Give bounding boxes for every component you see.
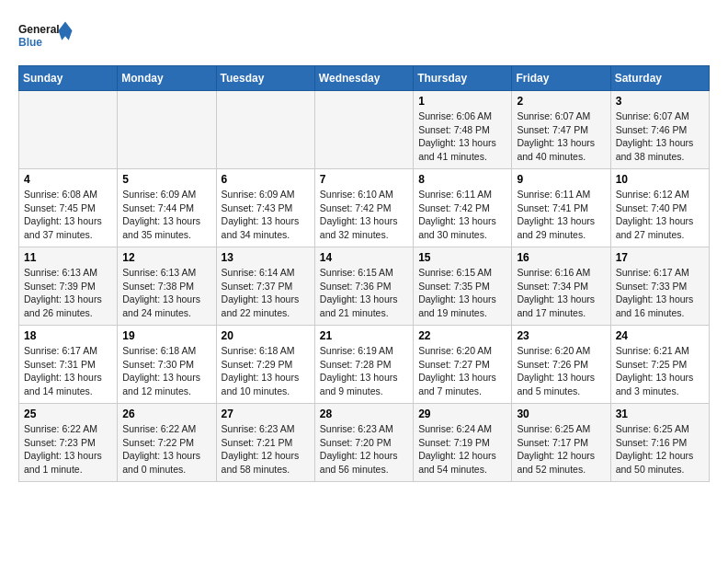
day-info: Sunrise: 6:17 AM Sunset: 7:31 PM Dayligh…: [24, 344, 112, 398]
day-number: 28: [320, 408, 408, 420]
calendar-cell: 29Sunrise: 6:24 AM Sunset: 7:19 PM Dayli…: [414, 404, 512, 482]
day-info: Sunrise: 6:25 AM Sunset: 7:17 PM Dayligh…: [517, 422, 605, 477]
calendar-cell: [19, 91, 118, 169]
svg-text:Blue: Blue: [18, 36, 42, 49]
day-number: 29: [418, 408, 506, 420]
calendar-cell: 4Sunrise: 6:08 AM Sunset: 7:45 PM Daylig…: [19, 169, 118, 247]
day-info: Sunrise: 6:13 AM Sunset: 7:39 PM Dayligh…: [24, 266, 112, 320]
day-number: 27: [222, 408, 310, 420]
calendar-cell: 10Sunrise: 6:12 AM Sunset: 7:40 PM Dayli…: [610, 169, 709, 247]
day-number: 9: [517, 173, 605, 186]
calendar-cell: 14Sunrise: 6:15 AM Sunset: 7:36 PM Dayli…: [314, 247, 413, 326]
calendar-cell: 20Sunrise: 6:18 AM Sunset: 7:29 PM Dayli…: [216, 326, 314, 404]
calendar-cell: 25Sunrise: 6:22 AM Sunset: 7:23 PM Dayli…: [19, 404, 118, 482]
col-header-monday: Monday: [118, 66, 216, 91]
day-number: 16: [517, 251, 605, 264]
calendar-cell: [314, 91, 413, 169]
day-number: 19: [122, 329, 210, 342]
day-info: Sunrise: 6:21 AM Sunset: 7:25 PM Dayligh…: [616, 344, 704, 398]
day-info: Sunrise: 6:11 AM Sunset: 7:42 PM Dayligh…: [418, 188, 506, 242]
day-number: 1: [418, 95, 506, 108]
day-info: Sunrise: 6:23 AM Sunset: 7:20 PM Dayligh…: [320, 422, 408, 477]
day-number: 26: [122, 408, 210, 420]
day-info: Sunrise: 6:18 AM Sunset: 7:30 PM Dayligh…: [122, 344, 210, 398]
calendar-cell: 12Sunrise: 6:13 AM Sunset: 7:38 PM Dayli…: [118, 247, 216, 326]
calendar-cell: 8Sunrise: 6:11 AM Sunset: 7:42 PM Daylig…: [414, 169, 512, 247]
calendar-cell: 11Sunrise: 6:13 AM Sunset: 7:39 PM Dayli…: [19, 247, 118, 326]
day-number: 25: [24, 408, 112, 420]
calendar-cell: 1Sunrise: 6:06 AM Sunset: 7:48 PM Daylig…: [414, 91, 512, 169]
calendar-cell: 18Sunrise: 6:17 AM Sunset: 7:31 PM Dayli…: [19, 326, 118, 404]
page-header: General Blue: [18, 15, 710, 56]
col-header-friday: Friday: [512, 66, 610, 91]
day-info: Sunrise: 6:09 AM Sunset: 7:43 PM Dayligh…: [222, 188, 310, 242]
col-header-thursday: Thursday: [414, 66, 512, 91]
day-number: 4: [24, 173, 112, 186]
day-info: Sunrise: 6:23 AM Sunset: 7:21 PM Dayligh…: [222, 422, 310, 477]
calendar-cell: 13Sunrise: 6:14 AM Sunset: 7:37 PM Dayli…: [216, 247, 314, 326]
calendar-cell: 23Sunrise: 6:20 AM Sunset: 7:26 PM Dayli…: [512, 326, 610, 404]
day-info: Sunrise: 6:16 AM Sunset: 7:34 PM Dayligh…: [517, 266, 605, 320]
day-info: Sunrise: 6:08 AM Sunset: 7:45 PM Dayligh…: [24, 188, 112, 242]
day-number: 18: [24, 329, 112, 342]
calendar-cell: 3Sunrise: 6:07 AM Sunset: 7:46 PM Daylig…: [610, 91, 709, 169]
calendar-cell: 27Sunrise: 6:23 AM Sunset: 7:21 PM Dayli…: [216, 404, 314, 482]
day-number: 22: [418, 329, 506, 342]
calendar-cell: 21Sunrise: 6:19 AM Sunset: 7:28 PM Dayli…: [314, 326, 413, 404]
day-info: Sunrise: 6:17 AM Sunset: 7:33 PM Dayligh…: [616, 266, 704, 320]
svg-marker-2: [59, 22, 73, 40]
day-info: Sunrise: 6:20 AM Sunset: 7:26 PM Dayligh…: [517, 344, 605, 398]
day-number: 24: [616, 329, 704, 342]
day-number: 13: [222, 251, 310, 264]
calendar-cell: 5Sunrise: 6:09 AM Sunset: 7:44 PM Daylig…: [118, 169, 216, 247]
day-info: Sunrise: 6:10 AM Sunset: 7:42 PM Dayligh…: [320, 188, 408, 242]
calendar-cell: 15Sunrise: 6:15 AM Sunset: 7:35 PM Dayli…: [414, 247, 512, 326]
day-number: 12: [122, 251, 210, 264]
day-info: Sunrise: 6:19 AM Sunset: 7:28 PM Dayligh…: [320, 344, 408, 398]
week-row-3: 11Sunrise: 6:13 AM Sunset: 7:39 PM Dayli…: [19, 247, 710, 326]
logo-svg: General Blue: [18, 15, 74, 56]
day-number: 8: [418, 173, 506, 186]
col-header-sunday: Sunday: [19, 66, 118, 91]
calendar-cell: 26Sunrise: 6:22 AM Sunset: 7:22 PM Dayli…: [118, 404, 216, 482]
day-number: 20: [222, 329, 310, 342]
week-row-1: 1Sunrise: 6:06 AM Sunset: 7:48 PM Daylig…: [19, 91, 710, 169]
day-info: Sunrise: 6:18 AM Sunset: 7:29 PM Dayligh…: [222, 344, 310, 398]
day-number: 31: [616, 408, 704, 420]
calendar-table: SundayMondayTuesdayWednesdayThursdayFrid…: [18, 65, 710, 482]
day-info: Sunrise: 6:14 AM Sunset: 7:37 PM Dayligh…: [222, 266, 310, 320]
col-header-wednesday: Wednesday: [314, 66, 413, 91]
calendar-cell: 30Sunrise: 6:25 AM Sunset: 7:17 PM Dayli…: [512, 404, 610, 482]
header-row: SundayMondayTuesdayWednesdayThursdayFrid…: [19, 66, 710, 91]
day-number: 10: [616, 173, 704, 186]
week-row-4: 18Sunrise: 6:17 AM Sunset: 7:31 PM Dayli…: [19, 326, 710, 404]
day-number: 30: [517, 408, 605, 420]
calendar-cell: 19Sunrise: 6:18 AM Sunset: 7:30 PM Dayli…: [118, 326, 216, 404]
day-number: 21: [320, 329, 408, 342]
calendar-cell: 6Sunrise: 6:09 AM Sunset: 7:43 PM Daylig…: [216, 169, 314, 247]
day-number: 5: [122, 173, 210, 186]
day-info: Sunrise: 6:24 AM Sunset: 7:19 PM Dayligh…: [418, 422, 506, 477]
day-number: 17: [616, 251, 704, 264]
calendar-cell: 2Sunrise: 6:07 AM Sunset: 7:47 PM Daylig…: [512, 91, 610, 169]
calendar-cell: 31Sunrise: 6:25 AM Sunset: 7:16 PM Dayli…: [610, 404, 709, 482]
day-number: 14: [320, 251, 408, 264]
week-row-5: 25Sunrise: 6:22 AM Sunset: 7:23 PM Dayli…: [19, 404, 710, 482]
calendar-cell: 9Sunrise: 6:11 AM Sunset: 7:41 PM Daylig…: [512, 169, 610, 247]
day-info: Sunrise: 6:22 AM Sunset: 7:22 PM Dayligh…: [122, 422, 210, 477]
day-info: Sunrise: 6:22 AM Sunset: 7:23 PM Dayligh…: [24, 422, 112, 477]
col-header-tuesday: Tuesday: [216, 66, 314, 91]
day-info: Sunrise: 6:20 AM Sunset: 7:27 PM Dayligh…: [418, 344, 506, 398]
day-info: Sunrise: 6:11 AM Sunset: 7:41 PM Dayligh…: [517, 188, 605, 242]
calendar-cell: 24Sunrise: 6:21 AM Sunset: 7:25 PM Dayli…: [610, 326, 709, 404]
day-number: 15: [418, 251, 506, 264]
day-info: Sunrise: 6:12 AM Sunset: 7:40 PM Dayligh…: [616, 188, 704, 242]
day-info: Sunrise: 6:25 AM Sunset: 7:16 PM Dayligh…: [616, 422, 704, 477]
day-info: Sunrise: 6:09 AM Sunset: 7:44 PM Dayligh…: [122, 188, 210, 242]
day-info: Sunrise: 6:15 AM Sunset: 7:35 PM Dayligh…: [418, 266, 506, 320]
logo: General Blue: [18, 15, 74, 56]
day-number: 6: [222, 173, 310, 186]
svg-text:General: General: [18, 23, 60, 36]
col-header-saturday: Saturday: [610, 66, 709, 91]
day-number: 23: [517, 329, 605, 342]
